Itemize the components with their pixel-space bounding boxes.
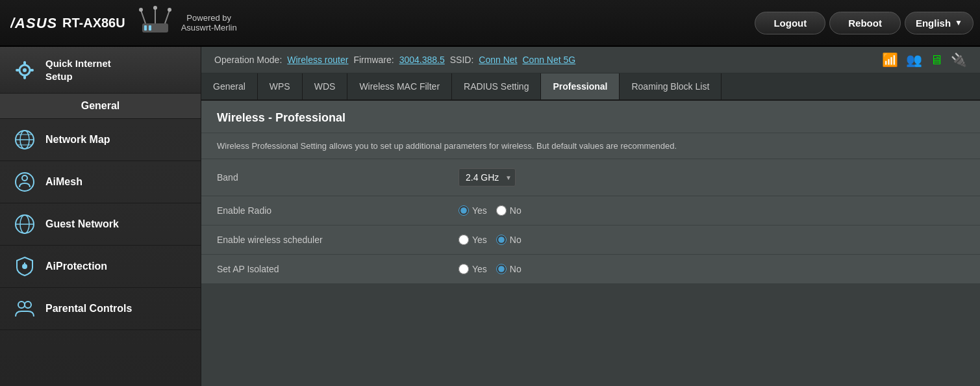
operation-mode-value[interactable]: Wireless router [287,55,348,65]
monitor-icon: 🖥 [930,53,943,68]
set-ap-isolated-yes-input[interactable] [459,264,469,274]
asus-brand-logo: /ASUS [10,10,56,36]
guest-network-icon [13,212,36,236]
enable-radio-control: Yes No [448,196,980,225]
language-button[interactable]: English ▼ [905,12,974,34]
sidebar-item-aiprotection[interactable]: AiProtection [0,246,201,288]
tab-roaming-block-list[interactable]: Roaming Block List [620,73,722,99]
svg-line-4 [141,10,145,23]
enable-radio-row: Enable Radio Yes No [201,196,980,225]
band-row: Band 2.4 GHz 5 GHz [201,159,980,196]
general-section-header: General [0,94,201,119]
svg-line-6 [165,10,170,23]
language-label: English [916,18,951,29]
svg-rect-14 [16,69,19,71]
enable-scheduler-no-input[interactable] [496,235,507,245]
aiprotection-icon [13,255,36,278]
band-label: Band [201,163,448,192]
set-ap-isolated-yes-text: Yes [472,264,487,274]
sidebar: Quick InternetSetup General Network Map … [0,47,201,386]
enable-scheduler-yes-input[interactable] [459,235,469,245]
enable-radio-yes-input[interactable] [459,205,469,216]
aimesh-icon [13,170,36,194]
enable-radio-label: Enable Radio [201,196,448,225]
operation-mode-label: Operation Mode: [214,55,282,65]
set-ap-isolated-no-label[interactable]: No [496,264,521,274]
enable-scheduler-row: Enable wireless scheduler Yes No [201,225,980,255]
svg-point-26 [22,264,27,269]
svg-point-11 [23,68,27,72]
tab-general[interactable]: General [201,73,258,99]
svg-rect-12 [23,61,26,65]
svg-point-29 [25,302,31,308]
section-title: Wireless - Professional [201,101,980,133]
quick-internet-setup-item[interactable]: Quick InternetSetup [0,47,201,94]
enable-radio-no-input[interactable] [496,205,507,216]
logout-button[interactable]: Logout [755,12,825,34]
header: /ASUS RT-AX86U Powered by Asuswrt-Merlin… [0,0,980,47]
svg-rect-13 [23,75,26,79]
band-select-wrapper[interactable]: 2.4 GHz 5 GHz [459,168,516,187]
quick-setup-icon [13,58,36,82]
enable-radio-yes-text: Yes [472,205,487,216]
powered-by: Powered by Asuswrt-Merlin [181,13,237,32]
svg-rect-15 [30,69,34,71]
sidebar-item-aimesh[interactable]: AiMesh [0,161,201,203]
logo-area: /ASUS RT-AX86U [0,10,136,36]
svg-point-8 [153,6,157,10]
main-layout: Quick InternetSetup General Network Map … [0,47,980,386]
parental-controls-icon [13,297,36,320]
band-select[interactable]: 2.4 GHz 5 GHz [459,168,516,187]
info-bar: Operation Mode: Wireless router Firmware… [201,47,980,73]
enable-scheduler-yes-text: Yes [472,235,487,245]
tab-radius-setting[interactable]: RADIUS Setting [452,73,541,99]
firmware-label: Firmware: [353,55,394,65]
reboot-button[interactable]: Reboot [829,12,901,34]
sidebar-item-guest-network[interactable]: Guest Network [0,203,201,246]
header-buttons: Logout Reboot English ▼ [755,12,980,34]
wifi-icon: 📶 [882,52,898,68]
set-ap-isolated-row: Set AP Isolated Yes No [201,255,980,284]
network-map-icon [13,128,36,151]
main-content: Wireless - Professional Wireless Profess… [201,101,980,284]
svg-point-22 [22,175,27,181]
enable-scheduler-no-text: No [510,235,521,245]
set-ap-isolated-control: Yes No [448,255,980,283]
tab-professional[interactable]: Professional [541,73,620,99]
tab-wireless-mac-filter[interactable]: Wireless MAC Filter [347,73,452,99]
router-model: RT-AX86U [62,16,125,31]
router-icon [136,5,175,41]
tab-wps[interactable]: WPS [258,73,303,99]
enable-scheduler-no-label[interactable]: No [496,235,521,245]
sidebar-item-parental-controls[interactable]: Parental Controls [0,288,201,330]
sidebar-item-network-map[interactable]: Network Map [0,119,201,161]
set-ap-isolated-no-text: No [510,264,521,274]
tab-wds[interactable]: WDS [303,73,348,99]
enable-radio-yes-label[interactable]: Yes [459,205,487,216]
enable-scheduler-yes-label[interactable]: Yes [459,235,487,245]
users-icon: 👥 [906,52,922,68]
band-control: 2.4 GHz 5 GHz [448,159,980,196]
ssid-label: SSID: [450,55,474,65]
quick-setup-label: Quick InternetSetup [45,57,111,83]
usb-icon: 🔌 [951,52,967,68]
set-ap-isolated-yes-label[interactable]: Yes [459,264,487,274]
aiprotection-label: AiProtection [45,261,107,272]
svg-rect-2 [144,25,147,31]
firmware-value[interactable]: 3004.388.5 [399,55,445,65]
parental-controls-label: Parental Controls [45,303,132,315]
enable-scheduler-label: Enable wireless scheduler [201,225,448,254]
aimesh-label: AiMesh [45,176,82,188]
enable-radio-no-text: No [510,205,521,216]
set-ap-isolated-no-input[interactable] [496,264,507,274]
svg-text:/ASUS: /ASUS [10,15,56,31]
network-map-label: Network Map [45,134,110,146]
enable-radio-no-label[interactable]: No [496,205,521,216]
tabs: General WPS WDS Wireless MAC Filter RADI… [201,73,980,101]
chevron-down-icon: ▼ [955,18,962,27]
set-ap-isolated-label: Set AP Isolated [201,255,448,283]
svg-rect-3 [149,25,151,31]
ssid-value1[interactable]: Conn Net [479,55,517,65]
status-icons: 📶 👥 🖥 🔌 [882,52,967,68]
ssid-value2[interactable]: Conn Net 5G [522,55,575,65]
